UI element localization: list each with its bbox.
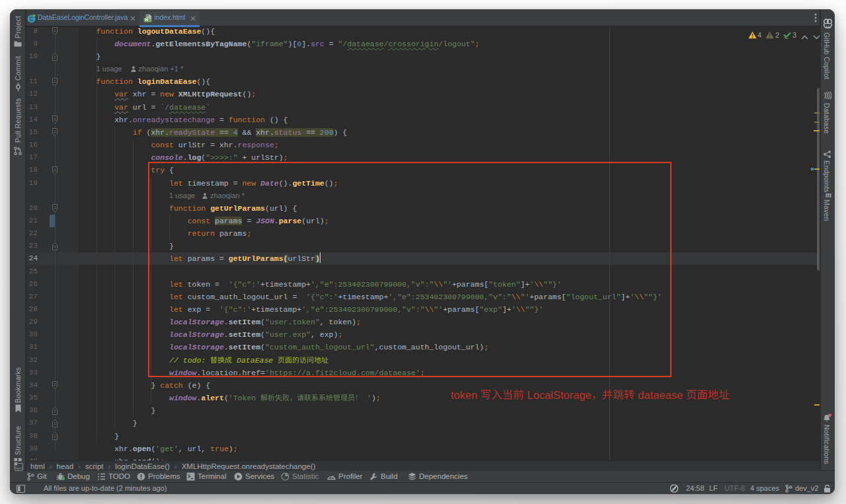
svg-text:H: H — [145, 17, 148, 22]
